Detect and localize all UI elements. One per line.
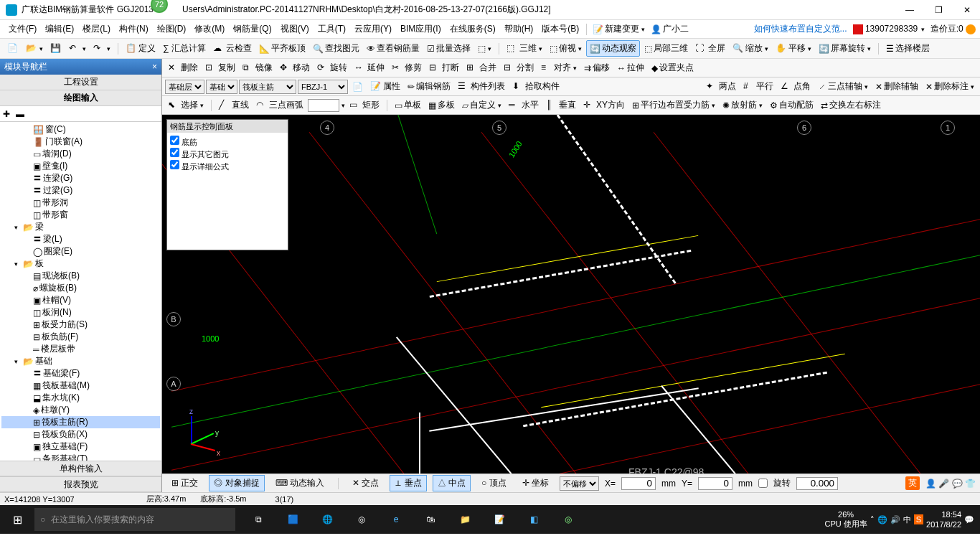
tree-leaf[interactable]: ◫带形洞: [1, 197, 160, 209]
nav-expand-icon[interactable]: ✚: [3, 109, 10, 119]
tree-category[interactable]: ▾📂梁: [1, 221, 160, 233]
notification-badge[interactable]: 72: [151, 0, 168, 13]
screen-rotate-button[interactable]: 🔄屏幕旋转▾: [816, 41, 874, 56]
rect-tool-button[interactable]: 矩形: [347, 98, 382, 113]
tree-leaf[interactable]: ▤现浇板(B): [1, 270, 160, 282]
snap-toggle[interactable]: ◎ 对象捕捉: [209, 475, 264, 491]
parallel-button[interactable]: 平行: [740, 79, 776, 94]
chk-show-formula[interactable]: 显示详细公式: [170, 160, 285, 172]
tray-expand-icon[interactable]: ˄: [870, 515, 875, 524]
menu-modify[interactable]: 修改(M): [190, 23, 229, 35]
xy-direction-button[interactable]: XY方向: [580, 98, 628, 113]
ime-badge[interactable]: 英: [905, 476, 920, 490]
edge-icon[interactable]: e: [379, 505, 413, 534]
3d-button[interactable]: 三维▾: [504, 41, 545, 56]
menu-file[interactable]: 文件(F): [4, 23, 41, 35]
define-button[interactable]: 定义: [123, 41, 159, 56]
sum-button[interactable]: ∑ 汇总计算: [160, 41, 209, 56]
nav-tab-draw[interactable]: 绘图输入: [0, 90, 161, 106]
tree-leaf[interactable]: ⊞筏板主筋(R): [1, 416, 160, 428]
cloud-check-button[interactable]: 云检查: [210, 41, 255, 56]
menu-rebar[interactable]: 钢筋量(Q): [229, 23, 275, 35]
tree-leaf[interactable]: ◫带形窗: [1, 209, 160, 221]
menu-edit[interactable]: 编辑(E): [41, 23, 78, 35]
stretch-button[interactable]: ↔拉伸: [614, 60, 647, 75]
menu-floor[interactable]: 楼层(L): [78, 23, 115, 35]
three-aux-button[interactable]: ⟋三点辅轴▾: [815, 79, 871, 94]
move-button[interactable]: 移动: [277, 60, 313, 75]
dynamic-view-button[interactable]: 🔄动态观察: [586, 40, 640, 57]
subtype-select[interactable]: 筏板主筋: [239, 80, 296, 94]
zaodou-counter[interactable]: 造价豆:0: [930, 23, 976, 35]
viewport-3d[interactable]: 4 5 6 1 B A D 1000 1000: [162, 115, 980, 474]
chk-show-other[interactable]: 显示其它图元: [170, 148, 285, 160]
tree-leaf[interactable]: ▣壁龛(I): [1, 160, 160, 172]
tree-leaf[interactable]: ◯圈梁(E): [1, 245, 160, 258]
top-snap[interactable]: ○ 顶点: [476, 475, 512, 491]
maximize-button[interactable]: ❐: [931, 5, 946, 15]
open-button[interactable]: ▾: [23, 42, 46, 56]
nav-single-input[interactable]: 单构件输入: [0, 461, 161, 476]
nav-report-preview[interactable]: 报表预览: [0, 476, 161, 492]
ortho-toggle[interactable]: ⊞ 正交: [166, 475, 203, 491]
clock[interactable]: 18:542017/8/22: [926, 509, 961, 529]
howto-link[interactable]: 如何快速布置自定义范...: [754, 23, 847, 35]
tree-leaf[interactable]: 🪟窗(C): [1, 123, 160, 136]
mid-snap[interactable]: △ 中点: [433, 475, 471, 491]
tree-leaf[interactable]: 〓过梁(G): [1, 184, 160, 197]
tree-leaf[interactable]: ⊟板负筋(F): [1, 331, 160, 343]
offset-button[interactable]: ⇉偏移: [581, 60, 613, 75]
batch-select-button[interactable]: ☑批量选择: [424, 41, 473, 56]
delete-button[interactable]: 删除: [165, 60, 201, 75]
app-icon[interactable]: 📝: [482, 505, 517, 534]
app-icon[interactable]: 🟦: [275, 505, 310, 534]
nav-close-button[interactable]: ×: [152, 62, 157, 72]
select-tool-button[interactable]: 选择▾: [165, 98, 207, 113]
zoom-button[interactable]: 缩放▾: [730, 41, 771, 56]
nav-tab-settings[interactable]: 工程设置: [0, 75, 161, 90]
draw-value-input[interactable]: [308, 99, 339, 112]
merge-button[interactable]: 合并: [463, 60, 499, 75]
tree-leaf[interactable]: ◫板洞(N): [1, 306, 160, 319]
fullscreen-button[interactable]: 全屏: [692, 41, 728, 56]
task-view-button[interactable]: ⧉: [241, 505, 275, 534]
rebar-display-panel[interactable]: 钢筋显示控制面板 底筋 显示其它图元 显示详细公式: [166, 119, 288, 250]
swap-lr-button[interactable]: ⇄交换左右标注: [818, 98, 884, 113]
radiate-button[interactable]: ✺放射筋▾: [720, 98, 765, 113]
x-input[interactable]: [621, 477, 656, 490]
app-icon[interactable]: ◎: [551, 505, 585, 534]
menu-online[interactable]: 在线服务(S): [446, 23, 500, 35]
copy-button[interactable]: 复制: [202, 60, 238, 75]
multi-slab-button[interactable]: ▦多板: [425, 98, 458, 113]
view-rebar-button[interactable]: 👁查看钢筋量: [364, 41, 423, 56]
tree-leaf[interactable]: ⌀螺旋板(B): [1, 282, 160, 294]
menu-version[interactable]: 版本号(B): [537, 23, 583, 35]
menu-cloud[interactable]: 云应用(Y): [350, 23, 396, 35]
menu-draw[interactable]: 绘图(D): [153, 23, 191, 35]
redo-button[interactable]: ▾: [90, 42, 113, 56]
menu-component[interactable]: 构件(N): [115, 23, 153, 35]
component-list-button[interactable]: 构件列表: [455, 79, 508, 94]
menu-view[interactable]: 视图(V): [276, 23, 314, 35]
tray-icons[interactable]: 👤 🎤 💬 👕: [925, 479, 976, 489]
align-button[interactable]: 对齐▾: [538, 60, 580, 75]
horizontal-button[interactable]: 水平: [506, 98, 542, 113]
new-button[interactable]: [4, 42, 22, 56]
user-phone[interactable]: 13907298339 ▾: [853, 24, 925, 34]
coord-snap[interactable]: ✛ 坐标: [517, 475, 554, 491]
volume-icon[interactable]: 🔊: [890, 515, 900, 524]
app-icon[interactable]: ◎: [344, 505, 379, 534]
auto-rebar-button[interactable]: ⚙自动配筋: [767, 98, 816, 113]
edge-force-button[interactable]: ⊞平行边布置受力筋▾: [629, 98, 718, 113]
arc-tool-button[interactable]: 三点画弧: [253, 98, 306, 113]
item-select[interactable]: FBZJ-1: [298, 80, 348, 94]
save-button[interactable]: [47, 42, 65, 56]
flat-align-button[interactable]: 📐平齐板顶: [256, 41, 308, 56]
offset-select[interactable]: 不偏移: [560, 476, 599, 491]
taskbar-search[interactable]: ○ 在这里输入你要搜索的内容: [34, 508, 235, 531]
category-select[interactable]: 基础: [206, 80, 237, 94]
delete-label-button[interactable]: ✕删除标注▾: [923, 79, 977, 94]
network-icon[interactable]: 🌐: [877, 515, 887, 524]
misc-dropdown[interactable]: ⬚▾: [475, 42, 494, 55]
menu-bim[interactable]: BIM应用(I): [396, 23, 446, 35]
